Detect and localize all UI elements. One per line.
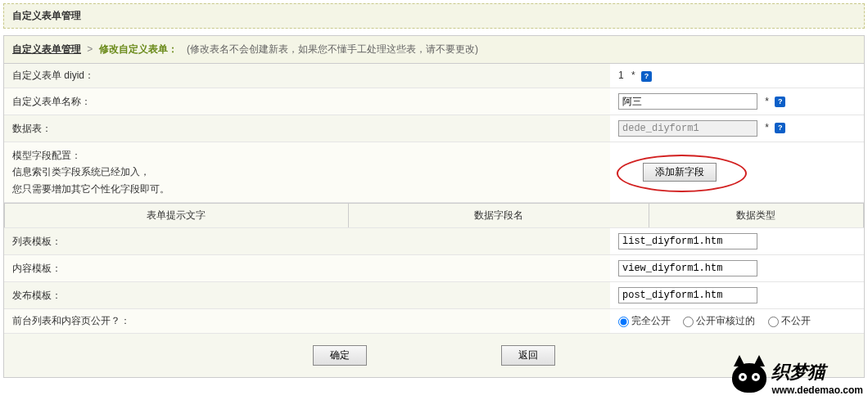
config-desc2: 您只需要增加其它个性化字段即可。 — [12, 181, 602, 197]
row-table: 数据表： * ? — [4, 115, 864, 142]
radio-public-0-input[interactable] — [618, 317, 629, 327]
cat-logo-icon — [732, 363, 766, 378]
label-public: 前台列表和内容页公开？： — [4, 309, 610, 334]
radio-public-2-input[interactable] — [768, 317, 779, 327]
field-table: 表单提示文字 数据字段名 数据类型 — [4, 203, 864, 228]
form-table: 自定义表单 diyid： 1 * ? 自定义表单名称： * ? 数据表： * ? — [4, 64, 864, 203]
field-header-col2: 数据字段名 — [348, 204, 649, 228]
field-header-row: 表单提示文字 数据字段名 数据类型 — [5, 204, 864, 228]
row-viewtpl: 内容模板： — [4, 255, 864, 282]
name-req: * — [765, 96, 769, 107]
config-label: 模型字段配置： — [12, 147, 602, 164]
radio-public-1[interactable]: 公开审核过的 — [683, 315, 755, 326]
row-name: 自定义表单名称： * ? — [4, 88, 864, 115]
label-posttpl: 发布模板： — [4, 282, 610, 309]
table-input — [618, 120, 757, 137]
diyid-text: 1 — [618, 70, 624, 81]
radio-public-0[interactable]: 完全公开 — [618, 315, 671, 326]
help-icon[interactable]: ? — [775, 97, 785, 107]
section-header: 自定义表单管理 — [3, 3, 865, 29]
value-diyid: 1 * ? — [610, 64, 864, 88]
help-icon[interactable]: ? — [641, 71, 652, 82]
row-diyid: 自定义表单 diyid： 1 * ? — [4, 64, 864, 88]
value-table: * ? — [610, 115, 864, 142]
value-viewtpl — [610, 255, 864, 282]
help-icon[interactable]: ? — [775, 123, 785, 133]
add-field-button[interactable]: 添加新字段 — [643, 163, 717, 182]
name-input[interactable] — [618, 93, 757, 110]
table-req: * — [765, 122, 769, 133]
config-desc1: 信息索引类字段系统已经加入， — [12, 164, 602, 180]
watermark: 织梦猫 www.dedemao.com — [732, 360, 863, 378]
value-public: 完全公开 公开审核过的 不公开 — [610, 309, 864, 334]
field-header-col3: 数据类型 — [649, 204, 863, 228]
template-table: 列表模板： 内容模板： 发布模板： 前台列表和内容页公开？： 完全公开 公开审核… — [4, 228, 864, 334]
add-field-highlight: 添加新字段 — [643, 163, 717, 182]
row-public: 前台列表和内容页公开？： 完全公开 公开审核过的 不公开 — [4, 309, 864, 334]
main-box: 自定义表单管理 > 修改自定义表单： (修改表名不会创建新表，如果您不懂手工处理… — [3, 35, 865, 378]
ok-button[interactable]: 确定 — [313, 345, 367, 366]
breadcrumb-hint: (修改表名不会创建新表，如果您不懂手工处理这些表，请不要更改) — [187, 43, 478, 55]
row-listtpl: 列表模板： — [4, 228, 864, 255]
label-name: 自定义表单名称： — [4, 88, 610, 115]
value-config: 添加新字段 — [610, 142, 864, 203]
breadcrumb-link[interactable]: 自定义表单管理 — [12, 43, 81, 55]
diyid-req: * — [631, 70, 635, 81]
label-config: 模型字段配置： 信息索引类字段系统已经加入， 您只需要增加其它个性化字段即可。 — [4, 142, 610, 203]
radio-public-1-input[interactable] — [683, 317, 694, 327]
value-posttpl — [610, 282, 864, 309]
label-listtpl: 列表模板： — [4, 228, 610, 255]
listtpl-input[interactable] — [618, 233, 757, 249]
radio-public-2[interactable]: 不公开 — [768, 315, 811, 326]
breadcrumb: 自定义表单管理 > 修改自定义表单： (修改表名不会创建新表，如果您不懂手工处理… — [4, 36, 864, 64]
breadcrumb-sep: > — [87, 43, 93, 55]
breadcrumb-current: 修改自定义表单： — [99, 43, 178, 55]
section-title: 自定义表单管理 — [12, 10, 81, 21]
row-config: 模型字段配置： 信息索引类字段系统已经加入， 您只需要增加其它个性化字段即可。 … — [4, 142, 864, 203]
viewtpl-input[interactable] — [618, 260, 757, 276]
label-table: 数据表： — [4, 115, 610, 142]
row-posttpl: 发布模板： — [4, 282, 864, 309]
field-header-col1: 表单提示文字 — [5, 204, 349, 228]
back-button[interactable]: 返回 — [501, 345, 555, 366]
value-listtpl — [610, 228, 864, 255]
label-viewtpl: 内容模板： — [4, 255, 610, 282]
label-diyid: 自定义表单 diyid： — [4, 64, 610, 88]
posttpl-input[interactable] — [618, 287, 757, 303]
watermark-text: 织梦猫 www.dedemao.com — [771, 360, 863, 378]
watermark-name: 织梦猫 — [771, 360, 863, 378]
value-name: * ? — [610, 88, 864, 115]
